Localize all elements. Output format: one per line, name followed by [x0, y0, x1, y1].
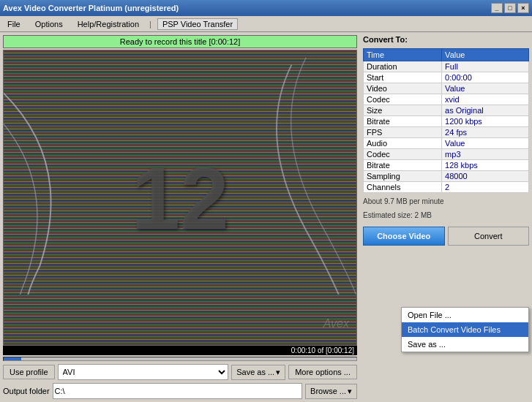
size-info-estimated: Estimated size: 2 MB [363, 211, 529, 219]
row-key: Video [364, 83, 442, 94]
row-key: Size [364, 105, 442, 116]
dropdown-item-1[interactable]: Batch Convert Video Files [402, 322, 528, 337]
video-frame-number: 12 [131, 148, 228, 249]
output-path-input[interactable] [53, 383, 303, 399]
row-value: 1200 kbps [442, 116, 529, 127]
watermark: Avex [323, 317, 349, 330]
dropdown-arrow-icon: ▾ [276, 368, 280, 377]
size-info-per-minute: About 9.7 MB per minute [363, 197, 529, 205]
browse-dropdown-icon: ▾ [348, 387, 352, 396]
info-table: Time Value DurationFullStart0:00:00Video… [363, 48, 529, 193]
menu-help[interactable]: Help/Registration [73, 18, 143, 30]
table-row: Sampling48000 [364, 171, 529, 182]
status-bar: Ready to record this title [0:00:12] [3, 35, 357, 48]
row-value: 128 kbps [442, 160, 529, 171]
progress-fill [4, 357, 21, 360]
row-key: Codec [364, 94, 442, 105]
row-value: xvid [442, 94, 529, 105]
table-row: Bitrate128 kbps [364, 160, 529, 171]
scanlines: 12 Avex [4, 50, 356, 345]
table-row: FPS24 fps [364, 127, 529, 138]
menu-options[interactable]: Options [31, 18, 67, 30]
profile-select[interactable]: AVI [58, 364, 229, 380]
row-value: mp3 [442, 149, 529, 160]
row-value: 24 fps [442, 127, 529, 138]
table-row: Codecmp3 [364, 149, 529, 160]
window-controls: _ □ × [491, 3, 529, 13]
dropdown-item-2[interactable]: Save as ... [402, 337, 528, 352]
time-display: 0:00:10 of [0:00:12] [3, 346, 357, 355]
menu-file[interactable]: File [3, 18, 25, 30]
close-button[interactable]: × [517, 3, 529, 13]
row-key: Duration [364, 61, 442, 72]
row-value: Value [442, 138, 529, 149]
action-buttons: Choose Video Convert [363, 227, 529, 246]
maximize-button[interactable]: □ [504, 3, 516, 13]
table-row: Start0:00:00 [364, 72, 529, 83]
video-area: 12 Avex [3, 50, 357, 346]
row-key: Bitrate [364, 116, 442, 127]
menu-bar: File Options Help/Registration | PSP Vid… [0, 16, 532, 32]
row-key: FPS [364, 127, 442, 138]
output-folder-label: Output folder [3, 387, 50, 395]
window-container: Avex Video Converter Platinum (unregiste… [0, 0, 532, 402]
row-key: Sampling [364, 171, 442, 182]
title-bar: Avex Video Converter Platinum (unregiste… [0, 0, 532, 16]
row-value: as Original [442, 105, 529, 116]
minimize-button[interactable]: _ [491, 3, 503, 13]
row-key: Channels [364, 182, 442, 193]
table-header-value: Value [442, 49, 529, 61]
table-row: DurationFull [364, 61, 529, 72]
row-value: Full [442, 61, 529, 72]
row-value: Value [442, 83, 529, 94]
convert-button[interactable]: Convert [448, 227, 530, 246]
row-key: Bitrate [364, 160, 442, 171]
dropdown-item-0[interactable]: Open File ... [402, 308, 528, 322]
row-value: 48000 [442, 171, 529, 182]
table-row: Bitrate1200 kbps [364, 116, 529, 127]
use-profile-button[interactable]: Use profile [3, 365, 55, 379]
menu-separator: | [149, 20, 151, 29]
table-row: Sizeas Original [364, 105, 529, 116]
psp-transfer-button[interactable]: PSP Video Transfer [157, 18, 238, 30]
choose-video-dropdown: Open File ...Batch Convert Video FilesSa… [401, 307, 529, 352]
table-row: VideoValue [364, 83, 529, 94]
row-key: Start [364, 72, 442, 83]
row-key: Codec [364, 149, 442, 160]
controls-row: Use profile AVI Save as ... ▾ More optio… [3, 364, 357, 380]
row-key: Audio [364, 138, 442, 149]
table-row: Codecxvid [364, 94, 529, 105]
window-title: Avex Video Converter Platinum (unregiste… [3, 4, 179, 12]
output-row: Output folder Browse ... ▾ [3, 383, 357, 399]
table-row: Channels2 [364, 182, 529, 193]
row-value: 2 [442, 182, 529, 193]
save-as-button[interactable]: Save as ... ▾ [231, 365, 285, 380]
choose-video-button[interactable]: Choose Video [363, 227, 445, 246]
convert-to-label: Convert To: [363, 35, 529, 44]
table-row: AudioValue [364, 138, 529, 149]
progress-bar [3, 357, 357, 361]
left-panel: Ready to record this title [0:00:12] 12 … [0, 32, 360, 402]
more-options-button[interactable]: More options ... [288, 365, 357, 379]
browse-button[interactable]: Browse ... ▾ [305, 384, 357, 399]
row-value: 0:00:00 [442, 72, 529, 83]
table-header-time: Time [364, 49, 442, 61]
